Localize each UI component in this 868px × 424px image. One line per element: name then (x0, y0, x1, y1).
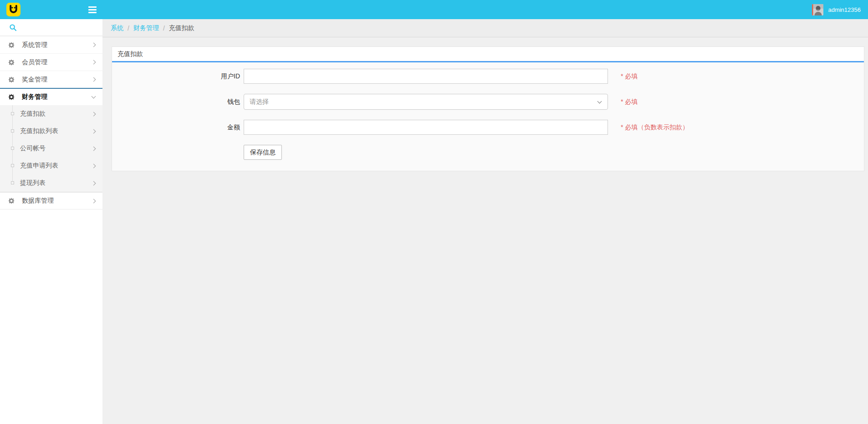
submenu-item-withdraw-list[interactable]: 提现列表 (0, 174, 102, 192)
gear-icon (8, 198, 15, 204)
user-id-input[interactable] (244, 69, 608, 84)
sidebar-item-label: 奖金管理 (22, 76, 92, 84)
sidebar-item-system[interactable]: 系统管理 (0, 36, 102, 53)
wallet-label: 钱包 (112, 98, 240, 106)
button-row: 保存信息 (244, 145, 864, 160)
username-label: admin12356 (828, 6, 861, 13)
hamburger-icon (88, 12, 97, 13)
finance-submenu: 充值扣款 充值扣款列表 公司帐号 充值申请列表 提现列表 (0, 105, 102, 192)
submenu-item-label: 公司帐号 (20, 144, 92, 153)
required-note: * 必填 (621, 72, 638, 81)
sidebar-search[interactable] (0, 19, 102, 36)
user-id-label: 用户ID (112, 72, 240, 81)
admin-app: admin12356 系统管理 会员管理 奖金管理 财务管理 (0, 0, 868, 424)
tree-bullet-icon (11, 112, 14, 115)
sidebar-toggle-button[interactable] (88, 0, 101, 19)
sidebar-item-label: 数据库管理 (22, 197, 92, 205)
chevron-down-icon (92, 94, 96, 99)
breadcrumb-separator: / (163, 25, 165, 32)
save-button[interactable]: 保存信息 (244, 145, 282, 160)
form-row-amount: 金额 * 必填（负数表示扣款） (112, 120, 864, 135)
breadcrumb-separator: / (128, 25, 129, 32)
sidebar-item-label: 会员管理 (22, 58, 92, 66)
chevron-right-icon (92, 43, 96, 47)
submenu-item-recharge-request-list[interactable]: 充值申请列表 (0, 157, 102, 174)
sidebar-item-bonus[interactable]: 奖金管理 (0, 71, 102, 88)
wallet-select[interactable]: 请选择 (244, 94, 608, 110)
chevron-right-icon (92, 129, 96, 133)
form-row-user-id: 用户ID * 必填 (112, 69, 864, 84)
tree-bullet-icon (11, 164, 14, 167)
breadcrumb-link-finance[interactable]: 财务管理 (133, 24, 159, 32)
hamburger-icon (88, 6, 97, 8)
chevron-right-icon (92, 199, 96, 203)
submenu-item-label: 提现列表 (20, 179, 92, 187)
chevron-right-icon (92, 112, 96, 116)
panel-title: 充值扣款 (112, 47, 864, 61)
tree-bullet-icon (11, 129, 14, 133)
submenu-item-label: 充值扣款 (20, 110, 92, 118)
main-content: 系统 / 财务管理 / 充值扣款 充值扣款 用户ID * 必填 钱包 (102, 19, 868, 424)
gear-icon (8, 94, 15, 100)
breadcrumb-link-system[interactable]: 系统 (111, 24, 123, 32)
smiley-logo-icon[interactable] (6, 3, 20, 16)
chevron-right-icon (92, 181, 96, 185)
submenu-item-label: 充值扣款列表 (20, 127, 92, 135)
sidebar-item-database[interactable]: 数据库管理 (0, 192, 102, 209)
form-row-wallet: 钱包 请选择 * 必填 (112, 94, 864, 110)
sidebar-item-label: 系统管理 (22, 41, 92, 49)
submenu-item-label: 充值申请列表 (20, 162, 92, 170)
sidebar-item-finance[interactable]: 财务管理 (0, 88, 102, 105)
sidebar-item-label: 财务管理 (22, 93, 92, 101)
gear-icon (8, 77, 15, 83)
recharge-deduct-panel: 充值扣款 用户ID * 必填 钱包 请选择 (112, 46, 864, 171)
gear-icon (8, 42, 15, 48)
tree-bullet-icon (11, 147, 14, 150)
sidebar-item-members[interactable]: 会员管理 (0, 53, 102, 71)
chevron-down-icon (597, 99, 602, 103)
chevron-right-icon (92, 60, 96, 65)
breadcrumb: 系统 / 财务管理 / 充值扣款 (102, 19, 868, 37)
required-note: * 必填 (621, 98, 638, 106)
search-icon (10, 24, 16, 31)
tree-bullet-icon (11, 181, 14, 184)
user-avatar (812, 4, 823, 15)
breadcrumb-current: 充值扣款 (169, 24, 194, 32)
panel-body: 用户ID * 必填 钱包 请选择 * 必填 (112, 62, 864, 171)
hamburger-icon (88, 9, 97, 10)
amount-label: 金额 (112, 123, 240, 132)
chevron-right-icon (92, 163, 96, 168)
wallet-select-value: 请选择 (250, 98, 598, 106)
top-header-bar: admin12356 (0, 0, 868, 19)
user-menu[interactable]: admin12356 (812, 0, 861, 19)
sidebar: 系统管理 会员管理 奖金管理 财务管理 充值扣款 (0, 19, 102, 424)
submenu-item-recharge-deduct[interactable]: 充值扣款 (0, 105, 102, 123)
submenu-item-company-account[interactable]: 公司帐号 (0, 140, 102, 157)
submenu-item-recharge-deduct-list[interactable]: 充值扣款列表 (0, 123, 102, 140)
required-note: * 必填（负数表示扣款） (621, 123, 689, 132)
amount-input[interactable] (244, 120, 608, 135)
chevron-right-icon (92, 146, 96, 151)
gear-icon (8, 59, 15, 66)
chevron-right-icon (92, 77, 96, 82)
